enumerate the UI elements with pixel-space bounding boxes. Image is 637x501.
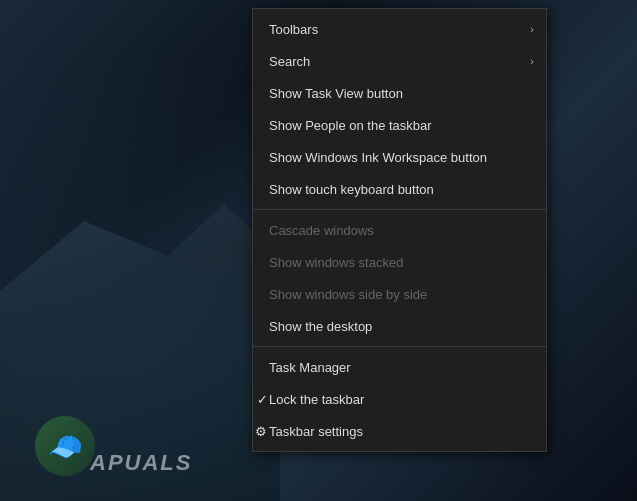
menu-item-label: Cascade windows	[269, 223, 530, 238]
menu-item-taskbar-settings[interactable]: ⚙Taskbar settings	[253, 415, 546, 447]
context-menu: Toolbars›Search›Show Task View buttonSho…	[252, 8, 547, 452]
menu-item-label: Toolbars	[269, 22, 530, 37]
menu-item-task-manager[interactable]: Task Manager	[253, 351, 546, 383]
menu-separator	[253, 346, 546, 347]
menu-item-label: Show the desktop	[269, 319, 530, 334]
menu-item-toolbars[interactable]: Toolbars›	[253, 13, 546, 45]
menu-item-show-side-by-side: Show windows side by side	[253, 278, 546, 310]
menu-item-label: Show windows side by side	[269, 287, 530, 302]
menu-item-label: Lock the taskbar	[269, 392, 530, 407]
menu-item-lock-taskbar[interactable]: ✓Lock the taskbar	[253, 383, 546, 415]
menu-separator	[253, 209, 546, 210]
menu-item-search[interactable]: Search›	[253, 45, 546, 77]
submenu-arrow-icon: ›	[530, 55, 534, 67]
menu-item-label: Search	[269, 54, 530, 69]
submenu-arrow-icon: ›	[530, 23, 534, 35]
menu-item-label: Show Windows Ink Workspace button	[269, 150, 530, 165]
menu-item-show-people[interactable]: Show People on the taskbar	[253, 109, 546, 141]
gear-icon: ⚙	[255, 424, 267, 439]
menu-item-cascade: Cascade windows	[253, 214, 546, 246]
menu-item-show-desktop[interactable]: Show the desktop	[253, 310, 546, 342]
menu-item-show-stacked: Show windows stacked	[253, 246, 546, 278]
menu-item-label: Show touch keyboard button	[269, 182, 530, 197]
menu-item-label: Show windows stacked	[269, 255, 530, 270]
menu-item-label: Taskbar settings	[269, 424, 530, 439]
menu-item-label: Task Manager	[269, 360, 530, 375]
menu-item-label: Show People on the taskbar	[269, 118, 530, 133]
menu-item-show-touch[interactable]: Show touch keyboard button	[253, 173, 546, 205]
menu-item-show-task-view[interactable]: Show Task View button	[253, 77, 546, 109]
menu-item-label: Show Task View button	[269, 86, 530, 101]
watermark-text: APUALS	[90, 450, 192, 476]
avatar-image: 🧢	[35, 416, 95, 476]
checkmark-icon: ✓	[257, 392, 268, 407]
menu-item-show-ink[interactable]: Show Windows Ink Workspace button	[253, 141, 546, 173]
